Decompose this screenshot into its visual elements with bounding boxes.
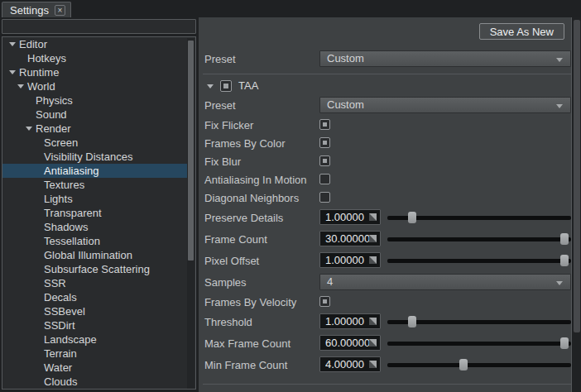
slider-thumb[interactable] — [408, 212, 416, 223]
tab-title: Settings — [10, 4, 51, 17]
tree-item-antialiasing[interactable]: Antialiasing — [2, 164, 188, 178]
panel-scrollbar-thumb[interactable] — [574, 20, 580, 332]
tree-item-label: Hotkeys — [27, 52, 66, 65]
slider-thumb[interactable] — [560, 255, 569, 266]
antialiasing-in-motion-checkbox[interactable] — [319, 174, 330, 184]
value-drag-handle-icon[interactable] — [369, 339, 377, 347]
panel-scrollbar[interactable] — [571, 17, 581, 392]
tree-item-screen[interactable]: Screen — [2, 136, 188, 150]
tree-item-runtime[interactable]: Runtime — [2, 65, 188, 79]
slider-track[interactable] — [387, 342, 571, 346]
tree-item-label: Render — [36, 122, 71, 135]
preset-row: Preset Custom — [199, 48, 571, 69]
preset-dropdown[interactable]: Custom — [319, 97, 571, 113]
value-drag-handle-icon[interactable] — [369, 318, 377, 325]
tree-item-visibility-distances[interactable]: Visibility Distances — [2, 150, 188, 164]
setting-row-threshold: Threshold1.00000 — [199, 311, 571, 332]
tree-item-landscape[interactable]: Landscape — [2, 332, 188, 347]
tree-item-physics[interactable]: Physics — [2, 93, 188, 108]
value-drag-handle-icon[interactable] — [369, 256, 377, 264]
tree-item-ssbevel[interactable]: SSBevel — [2, 304, 188, 318]
pixel-offset-value-field[interactable]: 1.00000 — [319, 252, 381, 268]
tree-items: EditorHotkeysRuntimeWorldPhysicsSoundRen… — [2, 37, 195, 389]
settings-filter-input[interactable] — [2, 19, 196, 34]
tree-item-label: Lights — [44, 193, 73, 205]
frames-by-color-checkbox[interactable] — [319, 137, 330, 148]
tree-item-label: Tessellation — [44, 235, 100, 247]
tree-item-sound[interactable]: Sound — [2, 108, 188, 122]
slider-track[interactable] — [387, 259, 571, 263]
tree-item-label: Water — [44, 361, 72, 374]
save-as-new-button[interactable]: Save As New — [479, 23, 564, 40]
fix-flicker-checkbox[interactable] — [319, 119, 330, 130]
preserve-details-slider[interactable] — [387, 207, 571, 228]
tree-item-lights[interactable]: Lights — [2, 192, 188, 206]
frame-count-label: Frame Count — [204, 233, 267, 246]
slider-thumb[interactable] — [408, 316, 416, 327]
tree-item-world[interactable]: World — [2, 79, 188, 93]
slider-thumb[interactable] — [560, 337, 569, 349]
tree-item-textures[interactable]: Textures — [2, 178, 188, 192]
value-drag-handle-icon[interactable] — [369, 235, 377, 242]
samples-dropdown[interactable]: 4 — [319, 274, 571, 290]
tree-item-tessellation[interactable]: Tessellation — [2, 234, 188, 248]
expand-arrow-icon[interactable] — [17, 84, 24, 88]
threshold-value-field[interactable]: 1.00000 — [319, 313, 381, 329]
tree-item-clouds[interactable]: Clouds — [2, 375, 188, 389]
taa-enabled-checkbox[interactable] — [220, 80, 232, 92]
tree-item-label: Editor — [19, 38, 47, 50]
tree-item-render[interactable]: Render — [2, 122, 188, 136]
close-icon[interactable]: × — [55, 5, 65, 16]
expand-arrow-icon[interactable] — [26, 127, 32, 131]
expand-arrow-icon[interactable] — [9, 42, 16, 46]
chevron-down-icon — [556, 58, 563, 62]
min-frame-count-value-field[interactable]: 4.00000 — [319, 356, 381, 372]
value-drag-handle-icon[interactable] — [369, 213, 377, 221]
tree-item-decals[interactable]: Decals — [2, 290, 188, 304]
threshold-label: Threshold — [204, 316, 252, 328]
preserve-details-label: Preserve Details — [204, 212, 283, 224]
taa-section-header: TAA — [199, 78, 571, 94]
tree-item-transparent[interactable]: Transparent — [2, 206, 188, 220]
diagonal-neighbors-checkbox[interactable] — [319, 192, 330, 203]
tree-item-global-illumination[interactable]: Global Illumination — [2, 248, 188, 262]
max-frame-count-value-field[interactable]: 60.00000 — [319, 335, 381, 351]
slider-track[interactable] — [387, 237, 571, 241]
tree-item-editor[interactable]: Editor — [2, 37, 188, 51]
frame-count-value: 30.00000 — [325, 232, 369, 246]
preserve-details-value-field[interactable]: 1.00000 — [319, 209, 381, 225]
max-frame-count-slider[interactable] — [387, 332, 571, 354]
preset-dropdown-value: Custom — [327, 52, 364, 65]
fix-flicker-label: Fix Flicker — [204, 119, 253, 131]
tree-item-ssr[interactable]: SSR — [2, 276, 188, 290]
min-frame-count-slider[interactable] — [387, 354, 571, 375]
tree-scrollbar[interactable] — [187, 38, 194, 390]
collapse-arrow-icon[interactable] — [207, 84, 214, 88]
frames-by-velocity-checkbox[interactable] — [319, 296, 330, 307]
tab-settings[interactable]: Settings × — [2, 2, 71, 17]
threshold-value: 1.00000 — [325, 314, 369, 328]
slider-thumb[interactable] — [560, 233, 569, 245]
tree-item-terrain[interactable]: Terrain — [2, 347, 188, 361]
preset-dropdown[interactable]: Custom — [319, 50, 571, 67]
value-drag-handle-icon[interactable] — [369, 361, 377, 368]
tree-item-label: Shadows — [44, 221, 88, 233]
tree-item-water[interactable]: Water — [2, 361, 188, 375]
threshold-slider[interactable] — [387, 311, 571, 332]
tree-item-label: Global Illumination — [44, 249, 132, 261]
tree-item-ssdirt[interactable]: SSDirt — [2, 318, 188, 332]
setting-row-fix-blur: Fix Blur — [199, 152, 571, 170]
slider-thumb[interactable] — [459, 359, 468, 370]
fix-blur-checkbox[interactable] — [319, 155, 330, 166]
tree-item-shadows[interactable]: Shadows — [2, 220, 188, 234]
pixel-offset-slider[interactable] — [387, 250, 571, 271]
tree-item-label: Terrain — [44, 347, 77, 360]
tree-item-subsurface-scattering[interactable]: Subsurface Scattering — [2, 262, 188, 276]
expand-arrow-icon[interactable] — [9, 70, 16, 74]
frame-count-value-field[interactable]: 30.00000 — [319, 231, 381, 246]
tree-item-hotkeys[interactable]: Hotkeys — [2, 51, 188, 65]
slider-track[interactable] — [387, 363, 571, 367]
antialiasing-settings-panel: Save As New Preset Custom TAA PresetCust… — [199, 17, 581, 392]
frame-count-slider[interactable] — [387, 228, 571, 250]
tree-scrollbar-thumb[interactable] — [188, 41, 194, 261]
